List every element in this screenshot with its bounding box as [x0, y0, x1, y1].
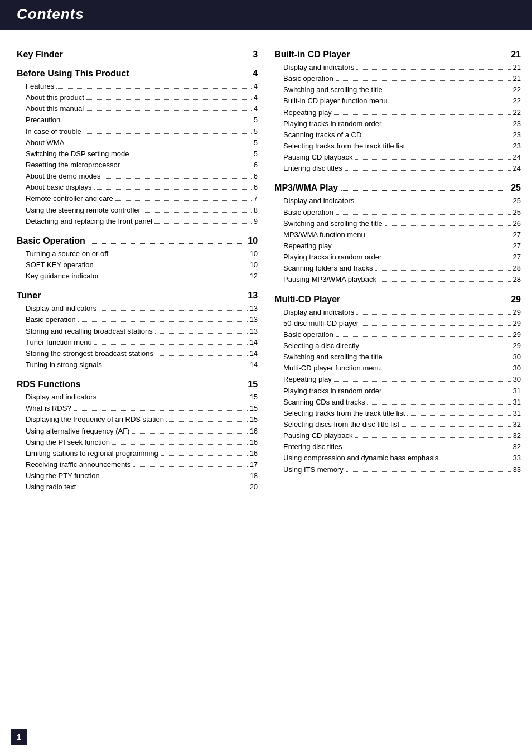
toc-item-label: Playing tracks in random order — [283, 252, 381, 263]
toc-item: Entering disc titles24 — [274, 163, 521, 174]
toc-item-page: 24 — [513, 163, 521, 174]
toc-item-dots — [334, 114, 511, 115]
toc-item: About basic displays6 — [17, 182, 258, 193]
toc-item-page: 13 — [250, 303, 258, 314]
toc-item-dots — [384, 126, 510, 126]
toc-item-page: 30 — [513, 363, 521, 374]
toc-item-page: 29 — [513, 318, 521, 329]
toc-item-dots — [112, 444, 248, 445]
section-page-num: 13 — [248, 291, 258, 301]
toc-item-dots — [356, 69, 510, 70]
section-key-finder: Key Finder3 — [17, 50, 258, 60]
toc-item-label: Repeating play — [283, 240, 332, 252]
toc-item-dots — [94, 344, 248, 345]
toc-item: Display and indicators29 — [274, 307, 521, 318]
section-rds-functions: RDS Functions15Display and indicators15W… — [17, 379, 258, 493]
toc-item-page: 25 — [513, 195, 521, 206]
toc-item: Storing and recalling broadcast stations… — [17, 326, 258, 337]
toc-item-label: Switching and scrolling the title — [283, 351, 383, 363]
toc-item-dots — [101, 278, 248, 278]
toc-item-page: 16 — [250, 448, 258, 459]
toc-item-dots — [103, 178, 251, 179]
toc-item: Tuning in strong signals14 — [17, 359, 258, 370]
toc-item-label: What is RDS? — [26, 403, 71, 414]
section-heading: Basic Operation — [17, 236, 85, 246]
toc-item-dots — [99, 399, 247, 399]
toc-item-label: Storing the strongest broadcast stations — [26, 348, 153, 359]
toc-item: Basic operation29 — [274, 329, 521, 340]
toc-item-label: Scanning CDs and tracks — [283, 397, 365, 408]
toc-item-page: 27 — [513, 229, 521, 240]
toc-item-label: Turning a source on or off — [26, 248, 108, 259]
section-title-basic-operation: Basic Operation10 — [17, 236, 258, 246]
toc-item: Display and indicators15 — [17, 392, 258, 403]
toc-item: About the demo modes6 — [17, 171, 258, 182]
toc-item-dots — [62, 122, 252, 122]
toc-item-page: 25 — [513, 207, 521, 218]
toc-item: About WMA5 — [17, 137, 258, 148]
section-title-tuner: Tuner13 — [17, 291, 258, 301]
toc-item: Detaching and replacing the front panel9 — [17, 216, 258, 227]
toc-item: Limiting stations to regional programmin… — [17, 448, 258, 459]
section-multi-cd: Multi-CD Player29Display and indicators2… — [274, 295, 521, 475]
section-title-multi-cd: Multi-CD Player29 — [274, 295, 521, 305]
toc-item-label: Key guidance indicator — [26, 271, 99, 282]
toc-item-dots — [356, 314, 510, 315]
toc-item: Repeating play30 — [274, 374, 521, 385]
toc-item-label: Display and indicators — [26, 303, 96, 314]
toc-item-page: 32 — [513, 419, 521, 430]
toc-item-label: Limiting stations to regional programmin… — [26, 448, 158, 459]
section-page-num: 4 — [253, 69, 258, 79]
toc-item: Receiving traffic announcements17 — [17, 459, 258, 470]
toc-item-dots — [402, 426, 510, 427]
toc-item: Display and indicators13 — [17, 303, 258, 314]
section-builtin-cd: Built-in CD Player21Display and indicato… — [274, 50, 521, 174]
toc-item-page: 15 — [250, 392, 258, 403]
toc-item: Basic operation13 — [17, 314, 258, 325]
toc-item-page: 5 — [254, 126, 258, 137]
toc-item-page: 28 — [513, 274, 521, 285]
toc-item-dots — [379, 281, 511, 282]
toc-item: Repeating play22 — [274, 107, 521, 118]
toc-item-dots — [115, 200, 252, 201]
toc-item-label: Receiving traffic announcements — [26, 459, 130, 470]
section-page-num: 21 — [511, 50, 521, 60]
toc-item-page: 24 — [513, 152, 521, 163]
toc-item: Display and indicators21 — [274, 62, 521, 73]
toc-item-label: MP3/WMA function menu — [283, 229, 365, 240]
toc-item-label: Multi-CD player function menu — [283, 363, 381, 374]
section-dots — [84, 387, 245, 387]
toc-item: Precaution5 — [17, 114, 258, 126]
toc-item: Selecting discs from the disc title list… — [274, 419, 521, 430]
toc-item-label: Using alternative frequency (AF) — [26, 426, 129, 437]
toc-item-dots — [336, 214, 511, 215]
section-heading: MP3/WMA Play — [274, 183, 338, 193]
toc-item-dots — [66, 145, 252, 145]
left-column: Key Finder3Before Using This Product4Fea… — [17, 41, 269, 493]
toc-item-label: Display and indicators — [283, 307, 354, 318]
toc-item: Display and indicators25 — [274, 195, 521, 206]
toc-item-page: 15 — [250, 403, 258, 414]
toc-item-page: 12 — [250, 271, 258, 282]
toc-item: Selecting a disc directly29 — [274, 340, 521, 351]
toc-item-dots — [122, 167, 252, 167]
toc-item-page: 14 — [250, 359, 258, 370]
toc-item: Scanning folders and tracks28 — [274, 263, 521, 274]
toc-item-label: Basic operation — [283, 73, 333, 84]
section-page-num: 29 — [511, 295, 521, 305]
toc-item-label: Storing and recalling broadcast stations — [26, 326, 153, 337]
toc-item: Multi-CD player function menu30 — [274, 363, 521, 374]
toc-item: Basic operation25 — [274, 207, 521, 218]
toc-item-label: About basic displays — [26, 182, 92, 193]
toc-item: Repeating play27 — [274, 240, 521, 252]
toc-item-label: Scanning folders and tracks — [283, 263, 373, 274]
toc-item: Switching and scrolling the title30 — [274, 351, 521, 363]
toc-item-label: Pausing CD playback — [283, 430, 352, 441]
toc-item-dots — [99, 310, 247, 311]
toc-item-page: 13 — [250, 326, 258, 337]
toc-item-page: 5 — [254, 148, 258, 160]
toc-item-page: 26 — [513, 218, 521, 229]
section-heading: Built-in CD Player — [274, 50, 350, 60]
toc-item-label: Basic operation — [283, 329, 333, 340]
section-page-num: 3 — [253, 50, 258, 60]
